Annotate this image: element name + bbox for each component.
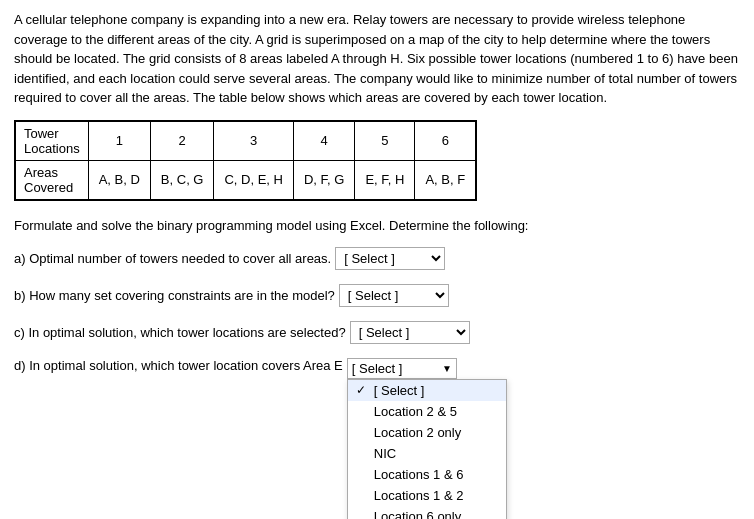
question-c-text: c) In optimal solution, which tower loca… [14,325,346,340]
table-col-5: 5 [355,121,415,160]
question-d-selected-value: [ Select ] [352,361,403,376]
table-cell-1: A, B, D [88,160,150,199]
dropdown-item-location25[interactable]: Location 2 & 5 [348,401,506,422]
question-d-dropdown-list: ✓ [ Select ] Location 2 & 5 Location 2 o… [347,379,507,520]
question-d-text: d) In optimal solution, which tower loca… [14,358,343,373]
question-a: a) Optimal number of towers needed to co… [14,247,740,270]
dropdown-item-label: [ Select ] [374,383,425,398]
question-c: c) In optimal solution, which tower loca… [14,321,740,344]
formulate-text: Formulate and solve the binary programmi… [14,218,740,233]
question-b-select[interactable]: [ Select ] 4 6 8 10 [339,284,449,307]
question-d: d) In optimal solution, which tower loca… [14,358,740,379]
dropdown-item-label: Locations 1 & 6 [374,467,464,482]
dropdown-item-label: Location 2 & 5 [374,404,457,419]
dropdown-item-location2only[interactable]: Location 2 only [348,422,506,443]
question-c-select[interactable]: [ Select ] Locations 1 & 6 Locations 1 &… [350,321,470,344]
question-d-select-trigger[interactable]: [ Select ] ▼ [347,358,457,379]
dropdown-item-select[interactable]: ✓ [ Select ] [348,380,506,401]
table-col-6: 6 [415,121,476,160]
dropdown-item-locations16[interactable]: Locations 1 & 6 [348,464,506,485]
table-header-areas-covered: AreasCovered [16,160,89,199]
table-cell-6: A, B, F [415,160,476,199]
dropdown-item-label: Locations 1 & 2 [374,488,464,503]
intro-paragraph: A cellular telephone company is expandin… [14,10,740,108]
question-b-text: b) How many set covering constraints are… [14,288,335,303]
dropdown-item-nic[interactable]: NIC [348,443,506,464]
dropdown-item-locations12[interactable]: Locations 1 & 2 [348,485,506,506]
question-a-text: a) Optimal number of towers needed to co… [14,251,331,266]
chevron-down-icon: ▼ [442,363,452,374]
coverage-table: TowerLocations 1 2 3 4 5 6 AreasCovered … [14,120,477,201]
dropdown-item-label: Location 6 only [374,509,461,520]
table-cell-2: B, C, G [150,160,214,199]
table-col-3: 3 [214,121,294,160]
dropdown-item-location6only[interactable]: Location 6 only [348,506,506,520]
question-a-select[interactable]: [ Select ] 1 2 3 4 5 [335,247,445,270]
checkmark-icon: ✓ [356,383,370,397]
table-header-tower-locations: TowerLocations [16,121,89,160]
dropdown-item-label: Location 2 only [374,425,461,440]
table-col-4: 4 [293,121,354,160]
table-col-2: 2 [150,121,214,160]
question-b: b) How many set covering constraints are… [14,284,740,307]
table-cell-3: C, D, E, H [214,160,294,199]
table-cell-5: E, F, H [355,160,415,199]
table-col-1: 1 [88,121,150,160]
table-cell-4: D, F, G [293,160,354,199]
question-d-dropdown-wrapper: [ Select ] ▼ ✓ [ Select ] Location 2 & 5… [347,358,457,379]
dropdown-item-label: NIC [374,446,396,461]
